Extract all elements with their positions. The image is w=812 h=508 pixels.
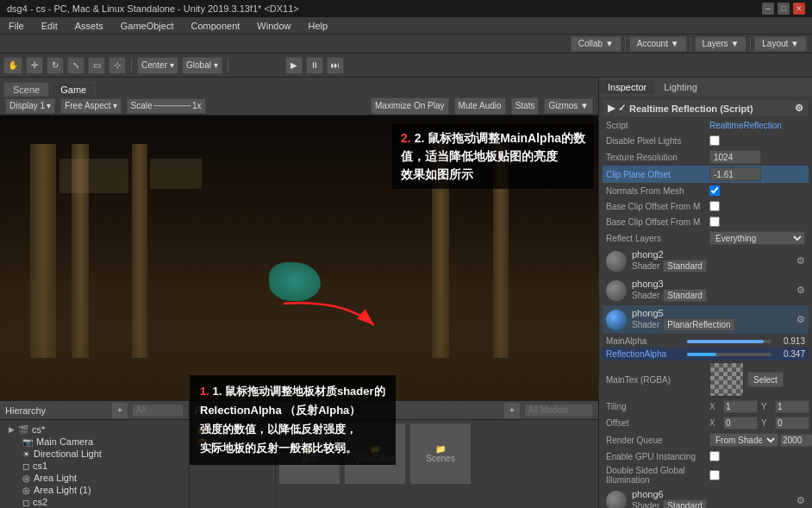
- layers-button[interactable]: Layers ▼: [695, 36, 747, 52]
- tab-lighting[interactable]: Lighting: [655, 80, 706, 94]
- menu-component[interactable]: Component: [187, 20, 243, 32]
- play-button[interactable]: ▶: [285, 57, 303, 74]
- tex-res-input[interactable]: [709, 150, 761, 164]
- move-tool[interactable]: ✛: [26, 57, 43, 74]
- material-phong6: phong6 Shader Standard ⚙: [603, 486, 809, 508]
- offset-label: Offset: [606, 418, 709, 428]
- hier-item-light[interactable]: ☀ Directional Light: [5, 448, 184, 460]
- scene-view: 2. 2. 鼠标拖动调整MainAlpha的数 值，适当降低地板贴图的亮度效果如…: [0, 116, 598, 400]
- script-expand-icon: ▶: [608, 103, 615, 114]
- collab-button[interactable]: Collab ▼: [571, 36, 621, 52]
- offset-x-input[interactable]: [723, 417, 758, 430]
- menu-gameobject[interactable]: GameObject: [117, 20, 178, 32]
- menu-window[interactable]: Window: [253, 20, 294, 32]
- tiling-label: Tiling: [606, 402, 709, 411]
- inspector-panel: Inspector Lighting ▶ ✓ Realtime Reflecti…: [598, 78, 812, 508]
- camera-icon: 📷: [22, 437, 33, 447]
- script-settings-icon[interactable]: ⚙: [795, 103, 803, 114]
- sep1: [131, 58, 132, 73]
- toolbar: ✋ ✛ ↻ ⤡ ▭ ⊹ Center▾ Global▾ ▶ ⏸ ⏭: [0, 53, 812, 78]
- normals-checkbox[interactable]: [709, 185, 720, 196]
- reflection-alpha-track[interactable]: [687, 353, 771, 356]
- gpu-instancing-checkbox[interactable]: [709, 451, 720, 461]
- hierarchy-add-btn[interactable]: +: [111, 402, 128, 419]
- folder-scenes[interactable]: 📁 Scenes: [410, 423, 471, 484]
- hier-item-cs1[interactable]: ◻ cs1: [5, 460, 184, 472]
- rotate-tool[interactable]: ↻: [47, 57, 64, 74]
- double-sided-checkbox[interactable]: [709, 470, 720, 480]
- normals-label: Normals From Mesh: [606, 186, 709, 196]
- base-clip2-checkbox[interactable]: [709, 216, 720, 227]
- offset-y-input[interactable]: [775, 417, 809, 430]
- display-dropdown[interactable]: Display 1▾: [5, 98, 55, 114]
- left-content: Scene Game Display 1▾ Free Aspect▾ Scale…: [0, 78, 598, 508]
- stats-button[interactable]: Stats: [511, 97, 540, 115]
- select-button[interactable]: Select: [747, 372, 784, 387]
- main-alpha-track[interactable]: [687, 340, 771, 343]
- global-dropdown[interactable]: Global▾: [182, 57, 222, 74]
- mute-audio[interactable]: Mute Audio: [454, 97, 506, 115]
- tab-inspector[interactable]: Inspector: [599, 80, 655, 94]
- inspector-content: ▶ ✓ Realtime Reflection (Script) ⚙ Scrip…: [599, 97, 812, 508]
- tiling-y-input[interactable]: [775, 400, 809, 413]
- rect-tool[interactable]: ▭: [88, 57, 105, 74]
- phong2-shader-label: Shader: [632, 261, 659, 271]
- clip-plane-input[interactable]: [709, 167, 761, 181]
- tab-game[interactable]: Game: [51, 82, 96, 97]
- phong5-settings[interactable]: ⚙: [796, 314, 805, 325]
- render-queue-input[interactable]: [780, 434, 812, 447]
- menu-file[interactable]: File: [5, 20, 28, 32]
- separator2: [690, 38, 691, 50]
- project-add-btn[interactable]: +: [503, 402, 521, 419]
- phong6-settings[interactable]: ⚙: [796, 495, 805, 506]
- phong3-settings[interactable]: ⚙: [796, 285, 805, 296]
- hand-tool[interactable]: ✋: [3, 57, 22, 74]
- account-button[interactable]: Account ▼: [629, 36, 687, 52]
- base-clip1-checkbox[interactable]: [709, 201, 720, 211]
- tiling-x-input[interactable]: [723, 400, 758, 413]
- menu-assets[interactable]: Assets: [72, 20, 107, 32]
- base-clip2-row: Base Clip Offset From M: [603, 214, 809, 229]
- phong5-shader-value[interactable]: PlanarReflection: [663, 318, 734, 331]
- close-button[interactable]: ✕: [793, 3, 805, 15]
- menu-help[interactable]: Help: [304, 20, 331, 32]
- hierarchy-search[interactable]: [132, 404, 184, 417]
- scale-tool[interactable]: ⤡: [67, 57, 84, 74]
- scene-game-tabs: Scene Game: [0, 78, 598, 97]
- gizmos-dropdown[interactable]: Gizmos ▼: [544, 98, 593, 114]
- scene-icon: 🎬: [18, 425, 28, 435]
- double-sided-row: Double Sided Global Illumination: [603, 464, 809, 486]
- hier-item-arealight[interactable]: ◎ Area Light: [5, 472, 184, 484]
- reflect-dropdown[interactable]: Everything: [709, 231, 805, 245]
- hier-item-camera[interactable]: 📷 Main Camera: [5, 436, 184, 448]
- minimize-button[interactable]: ─: [762, 3, 774, 15]
- phong2-shader-value[interactable]: Standard: [663, 260, 707, 273]
- aspect-dropdown[interactable]: Free Aspect▾: [60, 98, 121, 114]
- gizmos-label: Gizmos ▼: [548, 101, 589, 110]
- hier-label-cs[interactable]: cs*: [32, 424, 45, 435]
- transform-tool[interactable]: ⊹: [109, 57, 126, 74]
- phong3-shader-value[interactable]: Standard: [663, 289, 707, 302]
- project-search[interactable]: [524, 404, 593, 417]
- pause-button[interactable]: ⏸: [306, 57, 323, 74]
- layout-button[interactable]: Layout ▼: [754, 36, 807, 52]
- hierarchy-title: Hierarchy: [5, 405, 46, 416]
- render-queue-dropdown[interactable]: From Shader: [709, 433, 778, 447]
- phong6-shader-value[interactable]: Standard: [663, 499, 707, 508]
- content-area: Scene Game Display 1▾ Free Aspect▾ Scale…: [0, 78, 812, 508]
- maximize-on-play[interactable]: Maximize On Play: [371, 97, 449, 115]
- hier-item-arealight2[interactable]: ◎ Area Light (1): [5, 484, 184, 496]
- annotation1-body: RelectionAlpha （反射Alpha）强度的数值，以降低反射强度，实际…: [200, 404, 360, 455]
- scale-dropdown[interactable]: Scale ────── 1x: [127, 98, 206, 114]
- disable-checkbox[interactable]: [709, 135, 720, 146]
- maximize-button[interactable]: □: [778, 3, 790, 15]
- phong2-settings[interactable]: ⚙: [796, 255, 805, 267]
- menu-edit[interactable]: Edit: [38, 20, 61, 32]
- step-button[interactable]: ⏭: [327, 57, 344, 74]
- hier-label-camera: Main Camera: [36, 436, 93, 447]
- center-dropdown[interactable]: Center▾: [137, 57, 178, 74]
- hier-item-cs2[interactable]: ◻ cs2: [5, 496, 184, 508]
- hier-label-arealight2: Area Light (1): [34, 485, 91, 495]
- main-tex-row: MainTex (RGBA) Select: [603, 361, 809, 398]
- tab-scene[interactable]: Scene: [3, 82, 49, 97]
